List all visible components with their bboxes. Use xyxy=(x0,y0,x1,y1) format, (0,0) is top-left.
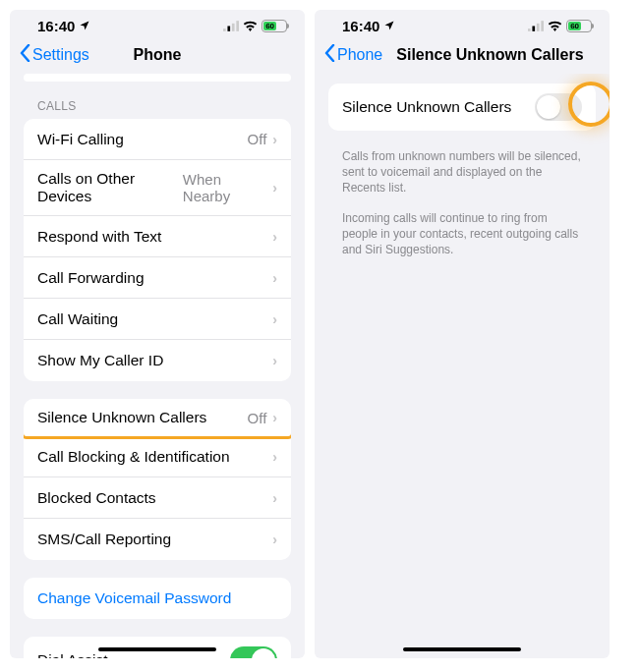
svg-rect-1 xyxy=(227,27,230,31)
back-label: Settings xyxy=(32,46,89,64)
status-bar: 16:40 60 xyxy=(315,10,610,38)
nav-bar: Phone Silence Unknown Callers xyxy=(315,38,610,74)
silence-toggle[interactable] xyxy=(535,93,582,121)
row-value: Off xyxy=(248,410,267,426)
row-value: When Nearby xyxy=(183,171,267,204)
row-label: Show My Caller ID xyxy=(37,352,163,369)
row-silence-unknown-callers[interactable]: Silence Unknown Callers Off › xyxy=(24,399,291,439)
battery-icon: 60 xyxy=(261,20,287,32)
section-header-calls: CALLS xyxy=(24,99,291,119)
row-label: Respond with Text xyxy=(37,228,161,246)
silence-unknown-callers-screen: 16:40 60 Phone Silence Unknown Callers xyxy=(315,10,610,658)
signal-icon xyxy=(528,18,544,34)
battery-icon: 60 xyxy=(566,20,592,32)
status-time: 16:40 xyxy=(342,18,379,34)
row-sms-call-reporting[interactable]: SMS/Call Reporting › xyxy=(24,519,291,560)
calls-group: Wi-Fi Calling Off › Calls on Other Devic… xyxy=(24,119,291,381)
chevron-right-icon: › xyxy=(272,132,277,147)
row-show-caller-id[interactable]: Show My Caller ID › xyxy=(24,340,291,381)
content-area[interactable]: CALLS Wi-Fi Calling Off › Calls on Other… xyxy=(10,74,305,658)
dial-assist-toggle[interactable] xyxy=(230,646,277,658)
home-indicator[interactable] xyxy=(98,647,216,652)
chevron-right-icon: › xyxy=(272,180,277,196)
row-wifi-calling[interactable]: Wi-Fi Calling Off › xyxy=(24,119,291,160)
blocking-group: Silence Unknown Callers Off › Call Block… xyxy=(24,399,291,560)
row-call-blocking-identification[interactable]: Call Blocking & Identification › xyxy=(24,436,291,477)
back-button[interactable]: Settings xyxy=(20,44,89,66)
row-blocked-contacts[interactable]: Blocked Contacts › xyxy=(24,477,291,519)
row-change-voicemail-password[interactable]: Change Voicemail Password xyxy=(24,578,291,619)
signal-icon xyxy=(223,18,239,34)
voicemail-group: Change Voicemail Password xyxy=(24,578,291,619)
row-label: Dial Assist xyxy=(37,651,108,658)
svg-rect-2 xyxy=(232,24,235,31)
svg-rect-5 xyxy=(532,27,535,31)
row-label: Silence Unknown Callers xyxy=(37,409,206,426)
chevron-right-icon: › xyxy=(272,449,277,465)
row-label: Calls on Other Devices xyxy=(37,170,183,205)
group-clip xyxy=(24,74,291,82)
chevron-right-icon: › xyxy=(272,410,277,425)
row-label: Change Voicemail Password xyxy=(37,589,231,607)
back-button[interactable]: Phone xyxy=(324,44,382,66)
nav-bar: Settings Phone xyxy=(10,38,305,74)
battery-level: 60 xyxy=(568,22,581,30)
row-label: Wi-Fi Calling xyxy=(37,131,124,148)
row-call-forwarding[interactable]: Call Forwarding › xyxy=(24,257,291,299)
wifi-icon xyxy=(243,18,258,34)
content-area[interactable]: Silence Unknown Callers Calls from unkno… xyxy=(315,74,610,658)
chevron-right-icon: › xyxy=(272,270,277,286)
row-label: SMS/Call Reporting xyxy=(37,531,171,548)
svg-rect-7 xyxy=(541,21,544,31)
back-label: Phone xyxy=(337,46,382,64)
chevron-right-icon: › xyxy=(272,353,277,368)
svg-rect-0 xyxy=(223,28,226,31)
row-value: Off xyxy=(248,131,267,147)
chevron-right-icon: › xyxy=(272,532,277,547)
svg-rect-4 xyxy=(528,28,531,31)
row-label: Call Blocking & Identification xyxy=(37,448,230,466)
chevron-right-icon: › xyxy=(272,311,277,327)
chevron-right-icon: › xyxy=(272,229,277,245)
location-icon xyxy=(79,18,90,34)
row-label: Call Waiting xyxy=(37,310,118,328)
row-calls-other-devices[interactable]: Calls on Other Devices When Nearby › xyxy=(24,160,291,216)
silence-group: Silence Unknown Callers xyxy=(328,84,596,131)
status-time: 16:40 xyxy=(37,18,75,34)
home-indicator[interactable] xyxy=(403,647,521,652)
silence-footer-2: Incoming calls will continue to ring fro… xyxy=(328,210,596,272)
phone-settings-screen: 16:40 60 Settings Phone CALLS xyxy=(10,10,305,658)
chevron-left-icon xyxy=(324,44,335,66)
row-call-waiting[interactable]: Call Waiting › xyxy=(24,299,291,340)
battery-level: 60 xyxy=(263,22,276,30)
row-silence-unknown-callers[interactable]: Silence Unknown Callers xyxy=(328,84,596,131)
row-label: Call Forwarding xyxy=(37,269,145,287)
chevron-right-icon: › xyxy=(272,490,277,506)
svg-rect-6 xyxy=(537,24,540,31)
row-label: Blocked Contacts xyxy=(37,489,156,507)
wifi-icon xyxy=(548,18,562,34)
row-label: Silence Unknown Callers xyxy=(342,98,511,116)
silence-footer-1: Calls from unknown numbers will be silen… xyxy=(328,148,596,210)
page-title: Silence Unknown Callers xyxy=(396,46,583,64)
status-bar: 16:40 60 xyxy=(10,10,305,38)
row-respond-with-text[interactable]: Respond with Text › xyxy=(24,216,291,257)
chevron-left-icon xyxy=(20,44,30,66)
location-icon xyxy=(383,18,395,34)
svg-rect-3 xyxy=(236,21,239,31)
